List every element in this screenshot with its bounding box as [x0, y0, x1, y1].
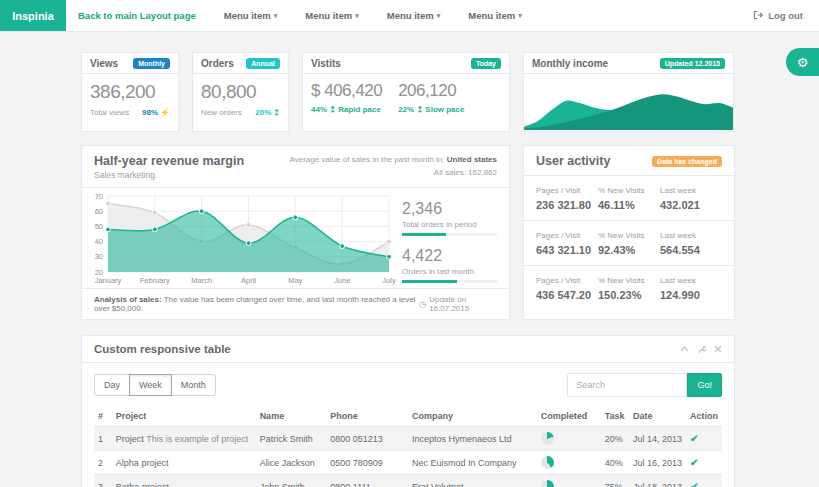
views-card: Views Monthly 386,200 Total views 98%⚡	[81, 52, 179, 132]
filter-day[interactable]: Day	[94, 374, 130, 396]
activity-col-label: % New Visits	[598, 231, 660, 240]
menu-item-label: Menu item	[224, 10, 271, 21]
column-header[interactable]: Name	[256, 406, 327, 427]
theme-settings-button[interactable]: ⚙	[786, 48, 819, 76]
orders-title: Orders	[201, 58, 234, 69]
level-up-icon: ↥	[329, 105, 336, 114]
logout-button[interactable]: Log out	[753, 0, 819, 31]
table-panel-title: Custom responsive table	[94, 343, 231, 355]
custom-table-panel: Custom responsive table DayWeekMonth Go!	[81, 335, 735, 487]
search-go-button[interactable]: Go!	[687, 373, 722, 397]
visits-card: Vistits Today $ 406,420 44% ↥ Rapid pace…	[302, 52, 510, 132]
top-navbar: Inspinia Back to main Layout page Menu i…	[0, 0, 819, 32]
completed-pie-icon	[541, 432, 554, 445]
orders-last-month-value: 4,422	[402, 247, 497, 265]
monthly-income-chart	[524, 74, 733, 130]
menu-item-label: Menu item	[468, 10, 515, 21]
column-header[interactable]: Phone	[326, 406, 408, 427]
svg-text:40: 40	[95, 237, 103, 246]
date-cell: Jul 16, 2013	[629, 451, 686, 475]
activity-col-value: 236 321.80	[536, 199, 598, 211]
activity-col-value: 92.43%	[598, 244, 660, 256]
column-header[interactable]: Project	[112, 406, 256, 427]
row-number: 2	[94, 451, 112, 475]
close-icon[interactable]	[714, 345, 722, 353]
activity-col-value: 150.23%	[598, 289, 660, 301]
revenue-panel: Half-year revenue margin Sales marketing…	[81, 145, 510, 320]
svg-text:March: March	[191, 276, 212, 285]
date-cell: Jul 14, 2013	[629, 427, 686, 451]
projects-table: #ProjectNamePhoneCompanyCompletedTaskDat…	[94, 406, 722, 487]
menu-item-label: Menu item	[305, 10, 352, 21]
activity-col-value: 432.021	[660, 199, 722, 211]
row-number: 1	[94, 427, 112, 451]
user-activity-panel: User activity Data has changed Pages / V…	[523, 145, 735, 320]
task-cell: 75%	[601, 475, 629, 487]
data-changed-badge: Data has changed	[652, 156, 722, 167]
svg-text:February: February	[140, 276, 170, 285]
activity-col-label: Pages / Visit	[536, 276, 598, 285]
check-icon[interactable]: ✔	[690, 433, 698, 444]
orders-value: 80,800	[201, 81, 280, 103]
bolt-icon: ⚡	[160, 108, 170, 117]
row-number: 3	[94, 475, 112, 487]
activity-col-label: % New Visits	[598, 276, 660, 285]
visits-value-2: 206,120	[398, 81, 464, 101]
update-date: Update on 16.07.2015	[429, 295, 497, 313]
activity-col-label: Pages / Visit	[536, 186, 598, 195]
filter-week[interactable]: Week	[129, 374, 172, 396]
back-to-layout-link[interactable]: Back to main Layout page	[78, 10, 196, 21]
filter-month[interactable]: Month	[171, 374, 216, 396]
date-cell: Jul 18, 2013	[629, 475, 686, 487]
table-row[interactable]: 2 Alpha project Alice Jackson 0500 78090…	[94, 451, 722, 475]
visits-delta-2: 22%	[398, 105, 414, 114]
analysis-label: Analysis of sales:	[94, 295, 162, 304]
company-cell: Erat Volutpat	[408, 475, 537, 487]
brand-logo[interactable]: Inspinia	[0, 0, 66, 31]
completed-pie-icon	[541, 456, 554, 469]
nav-menu-item[interactable]: Menu item▾	[468, 10, 522, 21]
column-header[interactable]: Company	[408, 406, 537, 427]
activity-col-label: Last week	[660, 186, 722, 195]
svg-text:January: January	[95, 276, 122, 285]
nav-menu-item[interactable]: Menu item▾	[224, 10, 278, 21]
nav-menu-item[interactable]: Menu item▾	[387, 10, 441, 21]
views-title: Views	[90, 58, 118, 69]
activity-col-value: 643 321.10	[536, 244, 598, 256]
column-header[interactable]: Action	[686, 406, 722, 427]
column-header[interactable]: Completed	[537, 406, 601, 427]
name-cell: Alice Jackson	[256, 451, 327, 475]
orders-in-period-value: 2,346	[402, 200, 497, 218]
check-icon[interactable]: ✔	[690, 457, 698, 468]
clock-icon: ◷	[419, 300, 426, 309]
wrench-icon[interactable]	[697, 345, 706, 354]
column-header[interactable]: Task	[601, 406, 629, 427]
orders-last-month-progress	[402, 280, 497, 283]
svg-text:50: 50	[95, 222, 103, 231]
table-row[interactable]: 3 Betha project John Smith 0800 1111 Era…	[94, 475, 722, 487]
views-label: Total views	[90, 108, 129, 117]
check-icon[interactable]: ✔	[690, 481, 698, 487]
column-header[interactable]: Date	[629, 406, 686, 427]
nav-menu-item[interactable]: Menu item▾	[305, 10, 359, 21]
panels-row: Half-year revenue margin Sales marketing…	[81, 145, 735, 320]
svg-text:June: June	[334, 276, 350, 285]
nav-links: Back to main Layout page Menu item▾Menu …	[66, 0, 522, 31]
project-cell: Betha project	[112, 475, 256, 487]
orders-card: Orders Annual 80,800 New orders 20%↥	[192, 52, 289, 132]
activity-col-value: 564.554	[660, 244, 722, 256]
svg-text:30: 30	[95, 252, 103, 261]
column-header[interactable]: #	[94, 406, 112, 427]
project-cell: Alpha project	[112, 451, 256, 475]
activity-col-label: % New Visits	[598, 186, 660, 195]
income-title: Monthly income	[532, 58, 608, 69]
svg-text:May: May	[288, 276, 302, 285]
company-cell: Inceptos Hymenaeos Ltd	[408, 427, 537, 451]
menu-item-label: Menu item	[387, 10, 434, 21]
table-row[interactable]: 1 Project This is example of project Pat…	[94, 427, 722, 451]
period-filter-group: DayWeekMonth	[94, 374, 216, 396]
svg-text:70: 70	[95, 192, 103, 201]
search-input[interactable]	[567, 373, 687, 397]
revenue-chart: 203040506070JanuaryFebruaryMarchAprilMay…	[92, 192, 392, 288]
collapse-icon[interactable]	[680, 345, 689, 353]
